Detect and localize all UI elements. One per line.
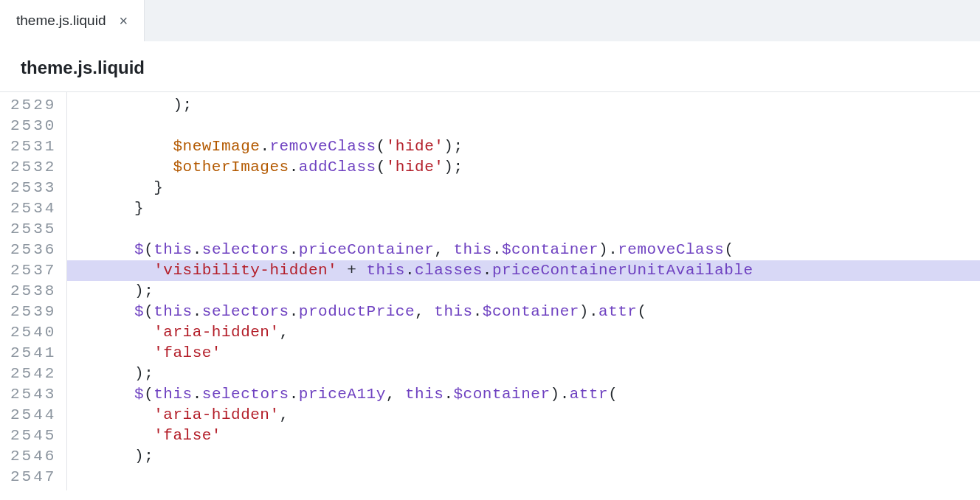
token-dollar: $ xyxy=(134,386,144,403)
token-str: 'visibility-hidden' xyxy=(153,262,337,279)
token-punc: . xyxy=(193,241,202,258)
token-method: priceContainerUnitAvailable xyxy=(492,262,753,279)
token-punc: . xyxy=(193,386,202,403)
code-line[interactable]: $(this.selectors.productPrice, this.$con… xyxy=(67,302,980,322)
token-punc: ); xyxy=(444,138,463,155)
token-str: 'aria-hidden' xyxy=(153,406,279,423)
code-line[interactable]: 'aria-hidden', xyxy=(67,322,980,343)
token-kw: this xyxy=(367,262,405,279)
tab-theme-js-liquid[interactable]: theme.js.liquid × xyxy=(0,0,145,41)
close-icon[interactable]: × xyxy=(119,13,128,28)
token-punc: , xyxy=(386,386,405,403)
token-str: 'hide' xyxy=(386,159,444,176)
line-number: 2546 xyxy=(10,446,56,467)
code-line[interactable]: ); xyxy=(67,95,980,116)
line-number: 2541 xyxy=(10,343,56,364)
token-punc: ( xyxy=(608,386,618,403)
token-dollar: $ xyxy=(134,303,144,320)
token-var: $newImage xyxy=(173,138,260,155)
token-punc: } xyxy=(76,200,144,217)
line-number: 2537 xyxy=(10,260,56,281)
token-punc: , xyxy=(280,406,289,423)
token-punc: ( xyxy=(144,386,153,403)
token-str: 'hide' xyxy=(386,138,444,155)
token-punc: ( xyxy=(144,241,153,258)
code-line[interactable]: ); xyxy=(67,446,980,467)
token-punc: ( xyxy=(724,241,734,258)
token-punc: , xyxy=(415,303,434,320)
token-punc: ( xyxy=(637,303,646,320)
line-number: 2535 xyxy=(10,219,56,240)
token-dollar: $ xyxy=(134,241,144,258)
token-punc: + xyxy=(337,262,366,279)
token-punc: ( xyxy=(376,138,386,155)
line-number: 2542 xyxy=(10,364,56,384)
code-line[interactable] xyxy=(67,219,980,240)
code-line[interactable]: $otherImages.addClass('hide'); xyxy=(67,157,980,178)
code-line[interactable]: ); xyxy=(67,281,980,302)
token-punc: ). xyxy=(598,241,618,258)
tab-label: theme.js.liquid xyxy=(16,13,106,29)
token-method: selectors xyxy=(202,303,289,320)
code-line[interactable]: $newImage.removeClass('hide'); xyxy=(67,136,980,157)
line-number: 2543 xyxy=(10,384,56,405)
code-line[interactable]: } xyxy=(67,178,980,198)
token-punc: ); xyxy=(76,448,153,465)
code-line[interactable]: 'false' xyxy=(67,426,980,446)
code-line[interactable]: $(this.selectors.priceA11y, this.$contai… xyxy=(67,384,980,405)
token-punc: . xyxy=(289,241,299,258)
token-method: removeClass xyxy=(618,241,724,258)
token-kw: this xyxy=(434,303,472,320)
line-number: 2534 xyxy=(10,198,56,219)
code-area[interactable]: ); $newImage.removeClass('hide'); $other… xyxy=(67,92,980,490)
token-method: attr xyxy=(598,303,637,320)
code-line[interactable]: 'aria-hidden', xyxy=(67,405,980,426)
token-method: attr xyxy=(570,386,608,403)
token-punc: , xyxy=(434,241,453,258)
token-punc: . xyxy=(289,386,299,403)
token-punc xyxy=(76,427,153,444)
token-punc xyxy=(76,241,134,258)
code-line[interactable]: $(this.selectors.priceContainer, this.$c… xyxy=(67,240,980,260)
line-number: 2529 xyxy=(10,95,56,116)
token-punc xyxy=(76,344,153,361)
line-number: 2545 xyxy=(10,426,56,446)
code-line[interactable] xyxy=(67,116,980,136)
file-title: theme.js.liquid xyxy=(0,41,980,91)
token-punc: . xyxy=(483,262,492,279)
line-number: 2547 xyxy=(10,467,56,487)
token-punc: . xyxy=(289,159,299,176)
token-str: 'false' xyxy=(153,344,221,361)
token-kw: this xyxy=(153,303,192,320)
token-punc xyxy=(76,406,153,423)
token-punc: ); xyxy=(444,159,463,176)
line-number: 2530 xyxy=(10,116,56,136)
token-punc: ( xyxy=(376,159,386,176)
token-punc xyxy=(76,324,153,341)
line-number: 2532 xyxy=(10,157,56,178)
token-punc xyxy=(76,303,134,320)
token-kw: this xyxy=(153,241,192,258)
token-punc xyxy=(76,159,173,176)
code-line[interactable]: 'visibility-hidden' + this.classes.price… xyxy=(67,260,980,281)
token-punc: . xyxy=(405,262,415,279)
token-kw: this xyxy=(153,386,192,403)
line-number: 2540 xyxy=(10,322,56,343)
code-line[interactable]: } xyxy=(67,198,980,219)
token-method: $container xyxy=(502,241,598,258)
token-kw: this xyxy=(405,386,444,403)
code-editor[interactable]: 2529253025312532253325342535253625372538… xyxy=(0,91,980,490)
line-number: 2536 xyxy=(10,240,56,260)
token-method: $container xyxy=(483,303,579,320)
code-line[interactable]: 'false' xyxy=(67,343,980,364)
token-str: 'aria-hidden' xyxy=(153,324,279,341)
token-punc: } xyxy=(76,179,163,196)
token-punc: ); xyxy=(76,97,192,114)
line-number-gutter: 2529253025312532253325342535253625372538… xyxy=(0,92,67,490)
line-number: 2539 xyxy=(10,302,56,322)
token-method: $container xyxy=(454,386,551,403)
token-punc: ); xyxy=(76,282,153,299)
code-line[interactable] xyxy=(67,467,980,487)
token-method: selectors xyxy=(202,386,289,403)
code-line[interactable]: ); xyxy=(67,364,980,384)
